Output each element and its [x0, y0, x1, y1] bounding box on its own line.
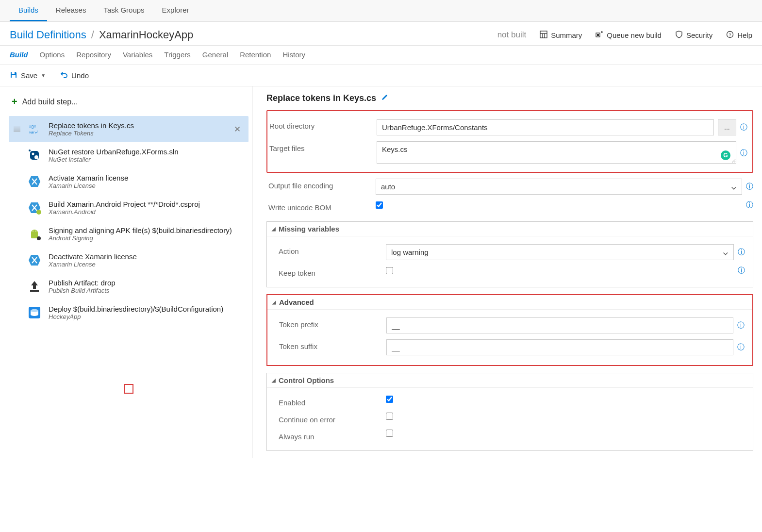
tab-releases[interactable]: Releases: [47, 0, 95, 21]
svg-rect-0: [540, 31, 547, 38]
browse-button[interactable]: ...: [718, 119, 736, 135]
step-title: Build Xamarin.Android Project **/*Droid*…: [49, 200, 244, 208]
build-step[interactable]: Build Xamarin.Android Project **/*Droid*…: [9, 195, 248, 221]
step-title: Signing and aligning APK file(s) $(build…: [49, 226, 244, 234]
build-step[interactable]: #{}#var↲Replace tokens in Keys.csReplace…: [9, 116, 248, 142]
subtab-repository[interactable]: Repository: [76, 50, 111, 59]
subtab-history[interactable]: History: [282, 50, 305, 59]
annotation-box: [124, 384, 133, 394]
subtab-options[interactable]: Options: [40, 50, 65, 59]
tab-task-groups[interactable]: Task Groups: [95, 0, 153, 21]
section-header[interactable]: ◢ Missing variables: [267, 222, 753, 236]
subtab-retention[interactable]: Retention: [240, 50, 271, 59]
summary-button[interactable]: Summary: [540, 31, 582, 40]
keep-token-label: Keep token: [277, 266, 386, 277]
step-detail-panel: Replace tokens in Keys.cs Root directory…: [252, 86, 762, 458]
svg-point-14: [34, 155, 38, 159]
summary-icon: [540, 31, 547, 40]
tab-explorer[interactable]: Explorer: [153, 0, 198, 21]
close-icon[interactable]: ✕: [231, 124, 244, 134]
section-header[interactable]: ◢ Control Options: [267, 373, 753, 388]
save-icon: [10, 71, 17, 80]
step-subtitle: Xamarin.Android: [49, 208, 244, 216]
step-title: Deactivate Xamarin license: [49, 252, 244, 261]
control-options-section: ◢ Control Options Enabled Continue on er…: [266, 373, 753, 451]
token-prefix-input[interactable]: [386, 317, 733, 333]
step-subtitle: HockeyApp: [49, 313, 244, 320]
step-title: Activate Xamarin license: [49, 174, 244, 182]
subtab-triggers[interactable]: Triggers: [164, 50, 190, 59]
info-icon[interactable]: ⓘ: [740, 149, 747, 158]
enabled-label: Enabled: [277, 396, 386, 407]
target-files-input[interactable]: Keys.cs: [377, 141, 736, 164]
target-files-label: Target files: [267, 141, 377, 152]
step-subtitle: Xamarin License: [49, 182, 244, 189]
svg-rect-20: [30, 290, 39, 292]
build-step[interactable]: NuGet restore UrbanRefuge.XForms.slnNuGe…: [9, 142, 248, 168]
add-build-step-button[interactable]: + Add build step...: [9, 93, 248, 116]
enabled-checkbox[interactable]: [386, 396, 393, 403]
continue-label: Continue on error: [277, 413, 386, 424]
info-icon[interactable]: ⓘ: [737, 343, 745, 352]
collapse-icon: ◢: [272, 299, 276, 305]
root-dir-label: Root directory: [267, 119, 377, 130]
breadcrumb-sep: /: [91, 29, 94, 41]
step-title: Deploy $(build.binariesdirectory)/$(Buil…: [49, 305, 244, 313]
missing-variables-section: ◢ Missing variables Action log warning ⓘ: [266, 221, 753, 287]
always-checkbox[interactable]: [386, 430, 393, 437]
encoding-select[interactable]: auto: [376, 179, 742, 195]
token-prefix-label: Token prefix: [277, 317, 386, 329]
advanced-section: ◢ Advanced Token prefix ⓘ Token suffix ⓘ: [266, 294, 753, 366]
info-icon[interactable]: ⓘ: [740, 123, 747, 132]
build-step[interactable]: Publish Artifact: dropPublish Build Arti…: [9, 273, 248, 299]
step-subtitle: Replace Tokens: [49, 130, 225, 137]
step-subtitle: Publish Build Artifacts: [49, 287, 244, 294]
token-suffix-label: Token suffix: [277, 339, 386, 350]
info-icon[interactable]: ⓘ: [746, 200, 753, 210]
edit-icon[interactable]: [381, 93, 389, 103]
subtab-variables[interactable]: Variables: [123, 50, 152, 59]
drag-handle-icon[interactable]: [14, 127, 20, 132]
tab-builds[interactable]: Builds: [10, 0, 47, 21]
queue-build-button[interactable]: Queue new build: [596, 31, 662, 40]
step-title: Replace tokens in Keys.cs: [49, 121, 225, 130]
undo-button[interactable]: Undo: [60, 71, 89, 80]
build-step[interactable]: Signing and aligning APK file(s) $(build…: [9, 221, 248, 247]
panel-title: Replace tokens in Keys.cs: [266, 93, 753, 103]
security-button[interactable]: Security: [675, 31, 712, 40]
highlighted-inputs: Root directory ... ⓘ Target files Keys.c…: [266, 110, 753, 173]
header-row: Build Definitions / XamarinHockeyApp not…: [0, 22, 762, 46]
action-select[interactable]: log warning: [386, 244, 734, 260]
collapse-icon: ◢: [272, 378, 276, 383]
plus-icon: +: [12, 96, 17, 107]
token-suffix-input[interactable]: [386, 339, 733, 355]
build-step[interactable]: Deploy $(build.binariesdirectory)/$(Buil…: [9, 299, 248, 326]
subtab-general[interactable]: General: [202, 50, 228, 59]
encoding-label: Output file encoding: [266, 179, 376, 190]
toolbar: Save ▼ Undo: [0, 65, 762, 86]
help-icon: ?: [726, 31, 734, 40]
breadcrumb: Build Definitions / XamarinHockeyApp: [10, 29, 193, 41]
build-step[interactable]: Deactivate Xamarin licenseXamarin Licens…: [9, 247, 248, 273]
top-tabs: Builds Releases Task Groups Explorer: [0, 0, 762, 22]
build-step[interactable]: Activate Xamarin licenseXamarin License: [9, 168, 248, 195]
help-button[interactable]: ? Help: [726, 31, 752, 40]
svg-text:var↲: var↲: [29, 130, 38, 134]
breadcrumb-root[interactable]: Build Definitions: [10, 29, 86, 41]
grammarly-icon[interactable]: G: [721, 150, 730, 160]
root-dir-input[interactable]: [377, 119, 714, 135]
step-icon: #{}#var↲: [26, 121, 43, 137]
svg-text:#{}#: #{}#: [29, 124, 36, 129]
step-icon: [26, 278, 43, 295]
bom-checkbox[interactable]: [376, 201, 383, 209]
info-icon[interactable]: ⓘ: [746, 182, 753, 191]
info-icon[interactable]: ⓘ: [737, 321, 745, 330]
save-button[interactable]: Save ▼: [10, 71, 46, 80]
info-icon[interactable]: ⓘ: [738, 248, 745, 257]
subtab-build[interactable]: Build: [10, 50, 28, 59]
continue-checkbox[interactable]: [386, 413, 393, 420]
keep-token-checkbox[interactable]: [386, 267, 393, 274]
info-icon[interactable]: ⓘ: [738, 266, 745, 275]
shield-icon: [675, 31, 683, 40]
section-header[interactable]: ◢ Advanced: [267, 295, 752, 310]
